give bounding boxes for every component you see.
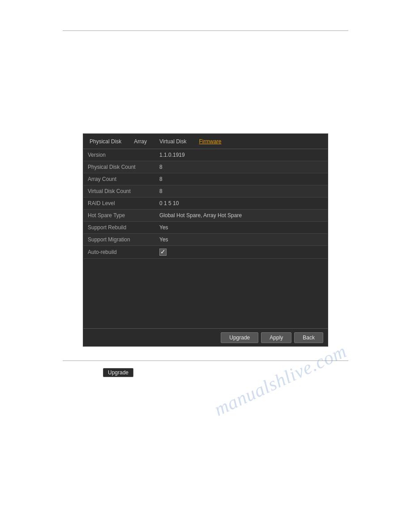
- row-value-virtual-disk-count: 8: [155, 185, 328, 197]
- row-label-virtual-disk-count: Virtual Disk Count: [83, 185, 155, 197]
- row-label-array-count: Array Count: [83, 173, 155, 185]
- tab-physical-disk[interactable]: Physical Disk: [87, 137, 124, 146]
- row-value-version: 1.1.0.1919: [155, 149, 328, 161]
- table-row: Support Rebuild Yes: [83, 222, 328, 234]
- button-row: Upgrade Apply Back: [83, 328, 328, 346]
- tab-array[interactable]: Array: [131, 137, 150, 146]
- table-row: Hot Spare Type Global Hot Spare, Array H…: [83, 210, 328, 222]
- firmware-info-table: Version 1.1.0.1919 Physical Disk Count 8…: [83, 149, 328, 259]
- row-value-support-rebuild: Yes: [155, 222, 328, 234]
- table-row: Physical Disk Count 8: [83, 161, 328, 173]
- tab-virtual-disk[interactable]: Virtual Disk: [157, 137, 189, 146]
- row-value-physical-disk-count: 8: [155, 161, 328, 173]
- tab-row: Physical Disk Array Virtual Disk Firmwar…: [83, 134, 328, 149]
- row-label-hot-spare-type: Hot Spare Type: [83, 210, 155, 222]
- table-row: RAID Level 0 1 5 10: [83, 197, 328, 210]
- firmware-panel: Physical Disk Array Virtual Disk Firmwar…: [83, 133, 328, 347]
- table-row: Auto-rebuild: [83, 246, 328, 259]
- row-label-support-rebuild: Support Rebuild: [83, 222, 155, 234]
- row-label-raid-level: RAID Level: [83, 197, 155, 210]
- row-value-raid-level: 0 1 5 10: [155, 197, 328, 210]
- row-value-auto-rebuild[interactable]: [155, 246, 328, 259]
- upgrade-note: Upgrade: [103, 368, 133, 377]
- table-row: Virtual Disk Count 8: [83, 185, 328, 197]
- back-button[interactable]: Back: [294, 332, 323, 343]
- row-value-hot-spare-type: Global Hot Spare, Array Hot Spare: [155, 210, 328, 222]
- table-row: Array Count 8: [83, 173, 328, 185]
- table-row: Version 1.1.0.1919: [83, 149, 328, 161]
- row-value-array-count: 8: [155, 173, 328, 185]
- row-label-auto-rebuild: Auto-rebuild: [83, 246, 155, 259]
- upgrade-note-button: Upgrade: [103, 368, 133, 377]
- row-label-physical-disk-count: Physical Disk Count: [83, 161, 155, 173]
- row-label-version: Version: [83, 149, 155, 161]
- upgrade-button[interactable]: Upgrade: [221, 332, 258, 343]
- watermark-text: manualshlive.com: [211, 340, 350, 420]
- auto-rebuild-checkbox[interactable]: [159, 249, 167, 256]
- apply-button[interactable]: Apply: [261, 332, 291, 343]
- row-value-support-migration: Yes: [155, 234, 328, 246]
- bottom-divider: [63, 360, 348, 361]
- top-divider: [63, 30, 348, 31]
- page-container: Physical Disk Array Virtual Disk Firmwar…: [0, 0, 411, 532]
- tab-firmware[interactable]: Firmware: [197, 137, 224, 146]
- table-row: Support Migration Yes: [83, 234, 328, 246]
- row-label-support-migration: Support Migration: [83, 234, 155, 246]
